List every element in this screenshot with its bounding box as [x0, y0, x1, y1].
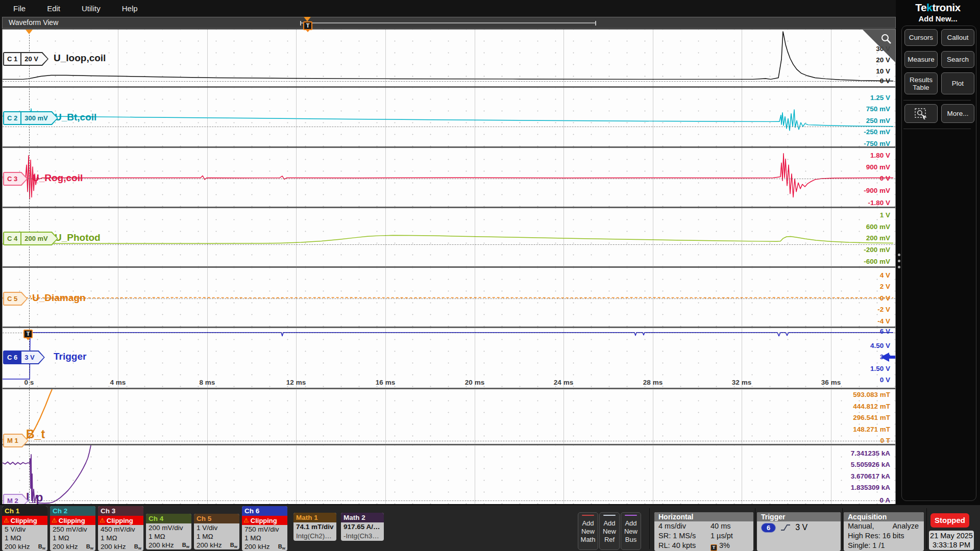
channel-4-scale: 200 mV/div	[146, 523, 191, 532]
math-color-line	[582, 515, 594, 516]
add-new-ref-button[interactable]: AddNewRef	[599, 512, 620, 550]
channel-2-badge-scale: 300 mV	[20, 112, 51, 124]
bar-separator	[842, 508, 843, 549]
panel-drag-handle[interactable]	[898, 254, 900, 256]
menu-item-file[interactable]: File	[13, 4, 26, 13]
trigger-pin-icon[interactable]: T	[303, 21, 312, 30]
acquisition-mode: Manual,	[848, 521, 874, 531]
y-axis-label: 296.541 mT	[853, 414, 890, 421]
channel-2-scale: 250 mV/div	[50, 525, 95, 534]
zoom-select-button[interactable]	[904, 104, 938, 123]
run-stop-status-button[interactable]: Stopped	[930, 513, 969, 528]
channel-6-settings-badge[interactable]: Ch 6 ⚠Clipping 750 mV/div 1 MΩ 200 kHzBw	[242, 506, 287, 551]
plot-button[interactable]: Plot	[941, 72, 974, 94]
trigger-level-arrow-icon[interactable]	[880, 353, 889, 362]
channel-4-trace	[3, 235, 893, 243]
bar-separator	[755, 508, 755, 549]
waveform-grid: 30 V 20 V 10 V 0 V 1.25 V 750 mV 250 mV …	[2, 29, 896, 505]
results-table-button[interactable]: Results Table	[904, 72, 938, 94]
warning-icon: ⚠	[4, 517, 9, 524]
channel-6-impedance: 1 MΩ	[242, 534, 287, 542]
waveform-view-header: Waveform View T	[2, 17, 896, 29]
panel-divider	[903, 100, 971, 101]
add-new-bus-button[interactable]: AddNewBus	[621, 512, 641, 550]
menu-item-utility[interactable]: Utility	[82, 4, 101, 13]
bus-color-line	[625, 515, 637, 516]
channel-5-bandwidth: 200 kHzBw	[194, 541, 239, 549]
y-axis-label: 1.835309 kA	[851, 484, 890, 491]
acquisition-resolution: High Res: 16 bits	[844, 531, 924, 541]
channel-1-scale: 5 V/div	[2, 525, 47, 534]
channel-5-settings-badge[interactable]: Ch 5 1 V/div 1 MΩ 200 kHzBw	[194, 514, 239, 549]
menu-item-help[interactable]: Help	[122, 4, 138, 13]
horizontal-position-bar[interactable]	[300, 21, 596, 26]
warning-icon: ⚠	[100, 517, 105, 524]
channel-2-settings-badge[interactable]: Ch 2 ⚠Clipping 250 mV/div 1 MΩ 200 kHzBw	[50, 506, 95, 551]
trigger-position-icon: T	[710, 544, 717, 551]
trigger-position-marker-icon[interactable]	[26, 30, 33, 34]
bandwidth-limit-icon: Bw	[278, 542, 285, 551]
bottom-bar: Ch 1 ⚠Clipping 5 V/div 1 MΩ 200 kHzBw Ch…	[0, 504, 980, 551]
y-axis-label: 250 mV	[866, 117, 890, 124]
channel-1-badge[interactable]: C 1 20 V	[3, 52, 48, 66]
math-1-slice	[3, 389, 895, 445]
channel-3-settings-badge[interactable]: Ch 3 ⚠Clipping 450 mV/div 1 MΩ 200 kHzBw	[98, 506, 143, 551]
channel-2-badge[interactable]: C 2 300 mV	[3, 111, 58, 125]
channel-6-badge-scale: 3 V	[20, 352, 38, 363]
menu-item-edit[interactable]: Edit	[47, 4, 60, 13]
channel-1-badge-id: C 1	[4, 53, 20, 65]
y-axis-label: 0 V	[880, 376, 890, 384]
magnifier-icon	[880, 33, 892, 45]
more-button[interactable]: More...	[941, 104, 974, 123]
y-axis-label: -900 mV	[864, 187, 890, 194]
y-axis-label: 900 mV	[866, 163, 890, 171]
channel-4-settings-badge[interactable]: Ch 4 200 mV/div 1 MΩ 200 kHzBw	[146, 514, 191, 549]
channel-2-clipping-warning: ⚠Clipping	[50, 516, 95, 525]
channel-5-scale: 1 V/div	[194, 523, 239, 532]
trigger-panel[interactable]: Trigger 6 3 V	[757, 512, 841, 551]
ground-line	[3, 179, 895, 179]
ground-line	[3, 127, 895, 127]
cursors-button[interactable]: Cursors	[904, 29, 938, 46]
y-axis-label: 750 mV	[866, 105, 890, 113]
channel-6-clipping-warning: ⚠Clipping	[242, 516, 287, 525]
sample-rate: SR: 1 MS/s	[658, 532, 696, 540]
measure-button[interactable]: Measure	[904, 51, 938, 68]
channel-4-name: U_Photod	[55, 232, 101, 243]
math-1-settings-badge[interactable]: Math 1 74.1 mT/div Intg(Ch2)…	[293, 513, 336, 541]
channel-5-badge-id: C 5	[4, 293, 20, 305]
y-axis-label: 10 V	[876, 67, 890, 75]
channel-1-clipping-warning: ⚠Clipping	[2, 516, 47, 525]
channel-4-bandwidth: 200 kHzBw	[146, 541, 191, 549]
ground-line	[3, 333, 895, 333]
acquisition-panel[interactable]: Acquisition Manual,Analyze High Res: 16 …	[844, 512, 924, 551]
search-button[interactable]: Search	[941, 51, 974, 68]
x-axis-tick: 4 ms	[102, 379, 134, 386]
channel-3-impedance: 1 MΩ	[98, 534, 143, 542]
tektronix-logo: Tektronix	[896, 2, 980, 14]
channel-6-bandwidth: 200 kHzBw	[242, 542, 287, 551]
math-1-name: B_t	[26, 428, 45, 441]
channel-1-settings-badge[interactable]: Ch 1 ⚠Clipping 5 V/div 1 MΩ 200 kHzBw	[2, 506, 47, 551]
channel-3-name: U_Rog,coil	[32, 172, 83, 184]
channel-6-slice	[3, 328, 895, 389]
y-axis-label: -750 mV	[864, 140, 890, 147]
math-1-badge-id: M 1	[4, 435, 21, 446]
bandwidth-limit-icon: Bw	[86, 542, 93, 551]
channel-6-badge[interactable]: C 6 3 V	[3, 350, 45, 364]
add-new-math-button[interactable]: AddNewMath	[578, 512, 598, 550]
bar-separator	[649, 508, 650, 549]
y-axis-label: 593.083 mT	[853, 391, 890, 398]
horizontal-panel[interactable]: Horizontal 4 ms/div40 ms SR: 1 MS/s1 µs/…	[654, 512, 753, 551]
x-axis-tick: 8 ms	[191, 379, 224, 386]
channel-5-slice	[3, 268, 895, 328]
channel-3-trace	[3, 154, 893, 199]
channel-4-badge[interactable]: C 4 200 mV	[3, 232, 58, 245]
channel-6-badge-id: C 6	[4, 352, 20, 363]
trigger-panel-title: Trigger	[757, 512, 841, 521]
date-time-display: 21 May 2025 3:33:18 PM	[929, 531, 974, 550]
acquisition-count: Single: 1 /1	[844, 541, 924, 550]
math-2-settings-badge[interactable]: Math 2 917.65 A/… -Intg(Ch3…	[341, 513, 384, 541]
callout-button[interactable]: Callout	[941, 29, 974, 46]
trigger-source-pin-icon[interactable]: T	[23, 330, 33, 338]
